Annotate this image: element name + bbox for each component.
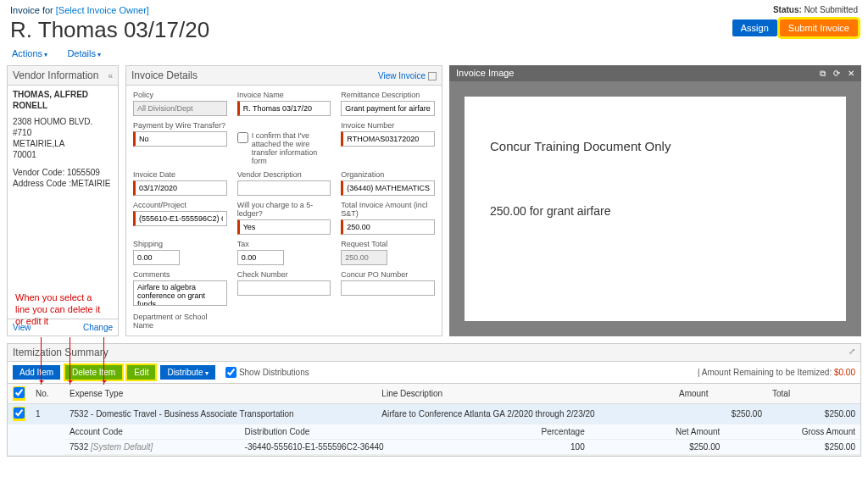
delete-item-button[interactable]: Delete Item — [65, 365, 122, 380]
subcell-dist: -36440-555610-E1-555596C2-36440 — [240, 440, 463, 455]
subcol-account: Account Code — [64, 424, 240, 440]
annotation-text: When you select a line you can delete it… — [15, 292, 108, 327]
check-label: Check Number — [237, 270, 331, 279]
subcell-net: $250.00 — [590, 440, 726, 455]
vendor-desc-label: Vendor Description — [237, 170, 331, 179]
tax-input[interactable] — [237, 250, 284, 265]
show-distributions-checkbox[interactable] — [225, 367, 236, 378]
comments-label: Comments — [133, 270, 227, 279]
cell-total: $250.00 — [767, 404, 860, 424]
vendor-name: THOMAS, ALFRED RONELL — [13, 89, 113, 111]
page-title: R. Thomas 03/17/20 — [10, 17, 209, 43]
status-text: Status: Not Submitted — [732, 5, 858, 14]
vendor-zip: 70001 — [13, 149, 113, 160]
invoice-number-input[interactable] — [341, 131, 435, 147]
image-panel-title: Invoice Image — [456, 68, 514, 79]
invoice-for-label: Invoice for [Select Invoice Owner] — [10, 5, 209, 15]
details-menu[interactable]: Details — [67, 48, 101, 58]
submit-invoice-button[interactable]: Submit Invoice — [780, 19, 858, 36]
total-input[interactable] — [341, 219, 435, 235]
confirm-checkbox[interactable] — [237, 132, 248, 143]
popout-icon[interactable]: ⧉ — [820, 69, 826, 78]
subcol-dist: Distribution Code — [240, 424, 463, 440]
invoice-name-input[interactable] — [237, 101, 331, 116]
distribution-header-row: Account Code Distribution Code Percentag… — [8, 424, 860, 456]
policy-select — [133, 101, 227, 116]
itemization-title: Itemization Summary — [13, 347, 108, 358]
select-all-checkbox[interactable] — [14, 387, 25, 398]
vendor-city: METAIRIE,LA — [13, 138, 113, 149]
comments-input[interactable]: Airfare to algebra conference on grant f… — [133, 280, 227, 306]
subcell-gross: $250.00 — [725, 440, 860, 455]
assign-button[interactable]: Assign — [732, 19, 777, 36]
vendor-addr-code: Address Code :METAIRIE — [13, 178, 113, 189]
col-expense-type[interactable]: Expense Type — [64, 384, 376, 404]
confirm-label: I confirm that I've attached the wire tr… — [252, 131, 331, 165]
table-row[interactable]: 1 7532 - Domestic Travel - Business Asso… — [8, 404, 860, 424]
col-total[interactable]: Total — [767, 384, 860, 404]
col-amount[interactable]: Amount — [674, 384, 767, 404]
col-line-desc[interactable]: Line Description — [376, 384, 674, 404]
vendor-addr2: #710 — [13, 127, 113, 138]
doc-title: Concur Training Document Only — [490, 139, 821, 153]
details-panel-title: Invoice Details — [131, 69, 198, 81]
policy-label: Policy — [133, 91, 227, 99]
col-no[interactable]: No. — [31, 384, 64, 404]
org-input[interactable] — [341, 180, 435, 196]
request-total-label: Request Total — [341, 240, 435, 248]
vendor-panel-title: Vendor Information — [13, 69, 98, 81]
refresh-icon[interactable]: ⟳ — [833, 69, 840, 78]
amount-remaining: | Amount Remaining to be Itemized: $0.00 — [698, 368, 855, 377]
account-label: Account/Project — [133, 201, 227, 209]
distribute-button[interactable]: Distribute — [160, 365, 214, 380]
invoice-image-panel: Invoice Image ⧉ ⟳ ✕ Concur Training Docu… — [449, 65, 861, 336]
subcol-net: Net Amount — [590, 424, 726, 440]
request-total-input — [341, 250, 387, 265]
invoice-image-document: Concur Training Document Only 250.00 for… — [465, 97, 846, 321]
doc-line: 250.00 for grant airfare — [490, 204, 821, 218]
select-owner-link[interactable]: [Select Invoice Owner] — [56, 5, 149, 15]
payment-select[interactable] — [133, 131, 227, 147]
dept-label: Department or School Name — [133, 313, 227, 330]
view-invoice-link[interactable]: View Invoice — [378, 71, 426, 80]
tax-label: Tax — [237, 240, 331, 248]
cell-expense-type: 7532 - Domestic Travel - Business Associ… — [64, 404, 376, 424]
popup-icon[interactable] — [428, 72, 437, 80]
ledger-select[interactable] — [237, 219, 331, 235]
remittance-input[interactable] — [341, 101, 435, 116]
close-icon[interactable]: ✕ — [848, 69, 854, 78]
annotation-arrow — [41, 337, 42, 385]
invoice-details-panel: Invoice Details View Invoice Policy Invo… — [125, 65, 442, 336]
org-label: Organization — [341, 170, 435, 179]
itemization-panel: Itemization Summary ⤢ Add Item Delete It… — [7, 343, 861, 457]
check-input[interactable] — [237, 280, 331, 296]
vendor-addr1: 2308 HOUMO BLVD. — [13, 116, 113, 127]
collapse-icon[interactable]: « — [108, 71, 113, 80]
ledger-label: Will you charge to a 5-ledger? — [237, 201, 331, 218]
subcol-gross: Gross Amount — [725, 424, 860, 440]
invoice-date-label: Invoice Date — [133, 170, 227, 179]
po-input[interactable] — [341, 280, 435, 296]
expand-icon[interactable]: ⤢ — [849, 347, 855, 358]
subcell-account: 7532 [System Default] — [64, 440, 240, 455]
shipping-input[interactable] — [133, 250, 180, 265]
edit-item-button[interactable]: Edit — [127, 365, 155, 380]
itemization-table: No. Expense Type Line Description Amount… — [8, 384, 860, 456]
invoice-number-label: Invoice Number — [341, 121, 435, 130]
vendor-code: Vendor Code: 1055509 — [13, 167, 113, 178]
remittance-label: Remittance Description — [341, 91, 435, 99]
annotation-arrow — [70, 337, 70, 385]
add-item-button[interactable]: Add Item — [13, 365, 60, 380]
cell-amount: $250.00 — [674, 404, 767, 424]
show-distributions-label: Show Distributions — [239, 368, 309, 377]
actions-menu[interactable]: Actions — [12, 48, 47, 58]
total-label: Total Invoice Amount (incl S&T) — [341, 201, 435, 218]
row-checkbox[interactable] — [14, 408, 25, 419]
subcell-pct: 100 — [462, 440, 589, 455]
po-label: Concur PO Number — [341, 270, 435, 279]
vendor-desc-input[interactable] — [237, 180, 331, 196]
invoice-date-input[interactable] — [133, 180, 227, 196]
account-select[interactable] — [133, 211, 227, 226]
subcol-pct: Percentage — [462, 424, 589, 440]
invoice-name-label: Invoice Name — [237, 91, 331, 99]
